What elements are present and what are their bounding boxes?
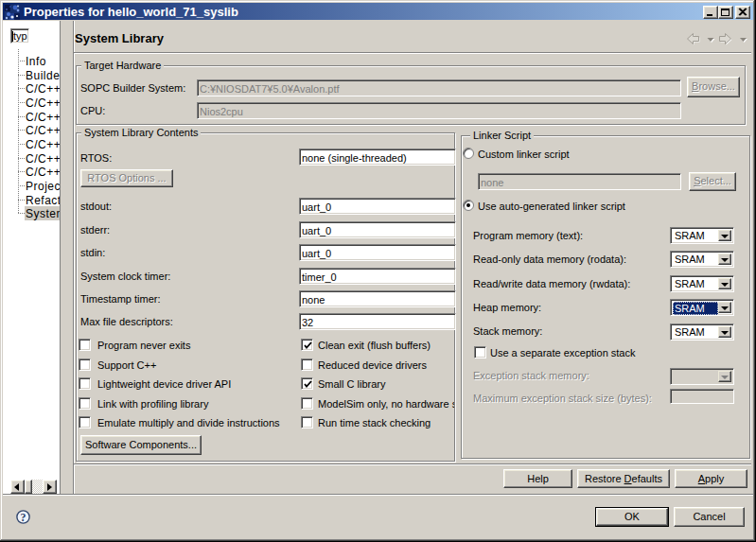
svg-text:?: ? xyxy=(21,511,26,524)
